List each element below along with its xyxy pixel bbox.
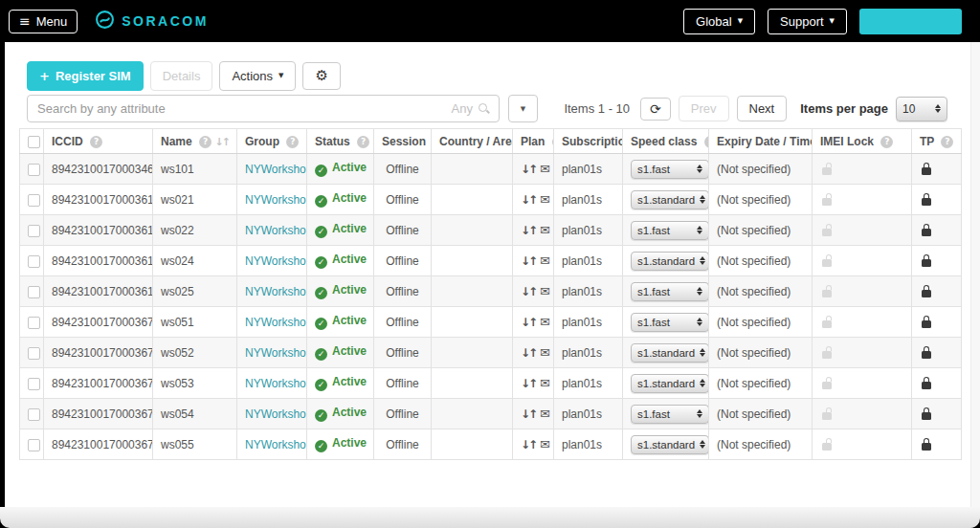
- account-button[interactable]: [859, 9, 962, 34]
- column-header-tp[interactable]: TP ?: [912, 129, 962, 154]
- row-checkbox[interactable]: [28, 439, 40, 451]
- info-icon[interactable]: ?: [199, 136, 212, 148]
- expiry-cell: (Not specified): [709, 429, 813, 460]
- menu-button[interactable]: ≡ Menu: [9, 10, 78, 33]
- column-header-session[interactable]: Session ?: [374, 129, 432, 154]
- details-button[interactable]: Details: [150, 61, 213, 91]
- column-header-imei-lock[interactable]: IMEI Lock ?: [813, 129, 912, 154]
- search-input[interactable]: [27, 95, 500, 122]
- row-checkbox[interactable]: [28, 164, 40, 176]
- top-bar: ≡ Menu SORACOM Global ▼ Support ▼: [0, 0, 980, 42]
- data-transfer-arrows-icon: ↓↑: [521, 407, 536, 421]
- status-cell: ✓Active: [307, 399, 374, 429]
- select-all-checkbox[interactable]: [28, 136, 40, 148]
- table-body: 8942310017000346894 ws101 NYWorkshop ✓Ac…: [20, 154, 962, 460]
- table-settings-button[interactable]: ⚙: [302, 62, 340, 90]
- speed-class-select[interactable]: s1.standard: [631, 252, 709, 271]
- row-checkbox[interactable]: [28, 255, 40, 268]
- group-link[interactable]: NYWorkshop: [245, 224, 307, 237]
- speed-class-select[interactable]: s1.fast: [631, 313, 709, 332]
- column-header-expiry-date-time[interactable]: Expiry Date / Time ?: [709, 129, 813, 154]
- group-link[interactable]: NYWorkshop: [245, 163, 307, 176]
- column-header-speed-class[interactable]: Speed class ?: [623, 129, 709, 154]
- active-check-icon: ✓: [315, 195, 327, 208]
- session-cell: Offline: [374, 154, 432, 185]
- row-checkbox[interactable]: [28, 378, 40, 390]
- speed-class-select[interactable]: s1.standard: [631, 374, 709, 393]
- name-cell: ws055: [153, 429, 237, 460]
- global-menu-button[interactable]: Global ▼: [683, 9, 755, 34]
- row-checkbox[interactable]: [28, 317, 40, 329]
- info-icon[interactable]: ?: [704, 136, 709, 148]
- speed-class-select[interactable]: s1.standard: [631, 343, 709, 363]
- column-header-status[interactable]: Status ?: [307, 129, 374, 154]
- group-cell: NYWorkshop: [237, 276, 307, 307]
- sort-icon[interactable]: ↓↑: [215, 136, 229, 148]
- speed-class-select[interactable]: s1.fast: [631, 405, 709, 424]
- prev-page-button[interactable]: Prev: [679, 96, 729, 121]
- support-menu-button[interactable]: Support ▼: [768, 9, 847, 34]
- search-options-button[interactable]: ▼: [508, 95, 538, 122]
- chevron-down-icon: ▼: [738, 18, 743, 25]
- speed-class-select[interactable]: s1.fast: [631, 282, 709, 301]
- row-select-cell: [20, 307, 44, 338]
- group-link[interactable]: NYWorkshop: [245, 438, 307, 451]
- iccid-cell: 8942310017000367049: [44, 399, 153, 429]
- search-scope[interactable]: Any: [452, 101, 490, 116]
- info-icon[interactable]: ?: [90, 136, 102, 148]
- select-all-header: [20, 129, 44, 154]
- brand-name: SORACOM: [122, 13, 209, 29]
- scrollbar-track[interactable]: [970, 42, 980, 507]
- select-arrows-icon: [697, 318, 702, 326]
- row-checkbox[interactable]: [28, 347, 40, 360]
- group-link[interactable]: NYWorkshop: [245, 193, 307, 207]
- tp-cell: [912, 276, 962, 307]
- name-cell: ws051: [153, 307, 237, 338]
- data-transfer-arrows-icon: ↓↑: [521, 377, 536, 390]
- info-icon[interactable]: ?: [941, 136, 953, 148]
- column-header-name[interactable]: Name ? ↓↑: [153, 129, 237, 154]
- info-icon[interactable]: ?: [286, 136, 299, 148]
- group-link[interactable]: NYWorkshop: [245, 346, 307, 360]
- expiry-cell: (Not specified): [709, 154, 813, 185]
- speed-class-select[interactable]: s1.fast: [631, 160, 709, 179]
- group-link[interactable]: NYWorkshop: [245, 407, 307, 421]
- row-checkbox[interactable]: [28, 286, 40, 298]
- group-cell: NYWorkshop: [237, 154, 307, 185]
- column-header-plan[interactable]: Plan ?: [513, 129, 554, 154]
- column-header-country-area[interactable]: Country / Area ?: [432, 129, 513, 154]
- expiry-cell: (Not specified): [709, 276, 813, 307]
- search-row: Any ▼: [27, 95, 538, 122]
- unlocked-padlock-icon: [822, 229, 832, 236]
- active-check-icon: ✓: [315, 287, 327, 299]
- imei-lock-cell: [813, 368, 912, 399]
- actions-button[interactable]: Actions ▼: [219, 61, 296, 91]
- row-checkbox[interactable]: [28, 408, 40, 421]
- sim-toolbar: + Register SIM Details Actions ▼ ⚙: [27, 61, 341, 91]
- info-icon[interactable]: ?: [357, 136, 369, 148]
- subscription-cell: plan01s: [554, 215, 623, 246]
- items-per-page-select[interactable]: 10: [896, 97, 947, 121]
- register-sim-button[interactable]: + Register SIM: [27, 61, 144, 91]
- speed-class-select[interactable]: s1.standard: [631, 435, 709, 454]
- refresh-button[interactable]: ⟳: [640, 98, 671, 121]
- iccid-cell: 8942310017000361547: [44, 185, 153, 215]
- sms-envelope-icon: ✉: [540, 284, 550, 298]
- speed-class-cell: s1.standard: [623, 429, 709, 460]
- row-checkbox[interactable]: [28, 194, 40, 207]
- group-link[interactable]: NYWorkshop: [245, 254, 307, 268]
- column-header-iccid[interactable]: ICCID ?: [44, 129, 153, 154]
- active-check-icon: ✓: [315, 165, 327, 177]
- row-checkbox[interactable]: [28, 225, 40, 237]
- group-link[interactable]: NYWorkshop: [245, 285, 307, 298]
- speed-class-select[interactable]: s1.fast: [631, 221, 709, 240]
- group-link[interactable]: NYWorkshop: [245, 377, 307, 390]
- group-link[interactable]: NYWorkshop: [245, 316, 307, 329]
- column-header-group[interactable]: Group ?: [237, 129, 307, 154]
- info-icon[interactable]: ?: [880, 136, 893, 148]
- data-transfer-arrows-icon: ↓↑: [521, 193, 536, 207]
- next-page-button[interactable]: Next: [737, 96, 788, 121]
- locked-padlock-icon: [922, 412, 931, 420]
- speed-class-select[interactable]: s1.standard: [631, 190, 709, 209]
- column-header-subscription[interactable]: Subscription: [554, 129, 623, 154]
